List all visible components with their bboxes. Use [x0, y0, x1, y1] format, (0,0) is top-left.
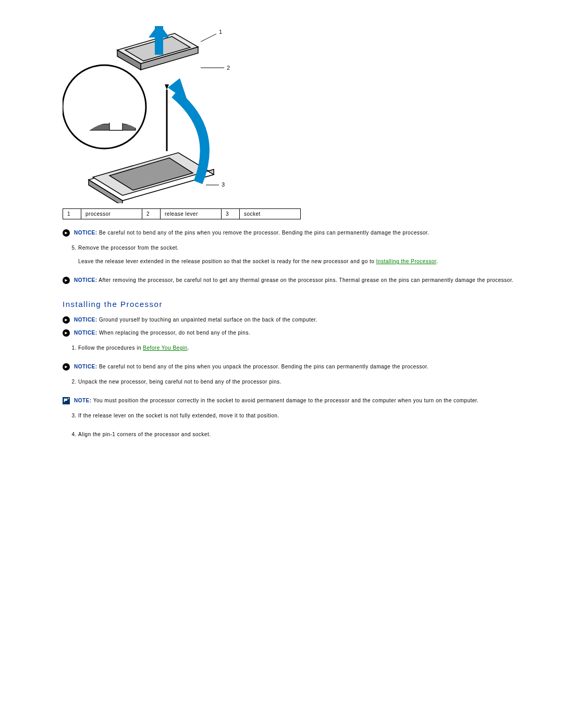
note-icon — [63, 397, 70, 404]
callout-cell: release lever — [161, 209, 222, 219]
notice-body: After removing the processor, be careful… — [97, 277, 514, 283]
notice-icon — [63, 229, 70, 237]
step-5: Remove the processor from the socket. Le… — [78, 244, 532, 266]
note-body: You must position the processor correctl… — [92, 398, 479, 403]
callout-table: 1 processor 2 release lever 3 socket — [63, 208, 301, 219]
callout-cell: processor — [81, 209, 142, 219]
heading-installing-processor: Installing the Processor — [63, 300, 532, 309]
callout-cell: 2 — [142, 209, 161, 219]
notice-icon — [63, 277, 70, 284]
step-text: If the release lever on the socket is no… — [78, 413, 279, 418]
callout-cell: 3 — [222, 209, 240, 219]
notice-bend-unpack: NOTICE: Be careful not to bend any of th… — [63, 363, 532, 371]
notice-label: NOTICE: — [74, 230, 97, 236]
step-text: Align the pin-1 corners of the processor… — [78, 431, 211, 437]
link-installing-processor[interactable]: Installing the Processor — [376, 258, 436, 264]
notice-icon — [63, 316, 70, 324]
step-text: Remove the processor from the socket. — [78, 245, 179, 251]
install-step-3: If the release lever on the socket is no… — [78, 412, 532, 420]
processor-diagram: 1 2 3 — [63, 26, 235, 203]
notice-icon — [63, 363, 70, 371]
svg-line-7 — [201, 34, 216, 42]
notice-bend-remove: NOTICE: Be careful not to bend any of th… — [63, 229, 532, 237]
callout-cell: socket — [240, 209, 301, 219]
svg-point-0 — [63, 65, 146, 149]
notice-body: When replacing the processor, do not ben… — [97, 330, 251, 336]
notice-label: NOTICE: — [74, 277, 97, 283]
install-step-4: Align the pin-1 corners of the processor… — [78, 430, 532, 439]
notice-body: Ground yourself by touching an unpainted… — [97, 317, 317, 323]
note-position: NOTE: You must position the processor co… — [63, 397, 532, 404]
diagram-svg — [63, 26, 235, 203]
install-step-1: Follow the procedures in Before You Begi… — [78, 344, 532, 352]
notice-icon — [63, 329, 70, 337]
callout-3: 3 — [222, 181, 225, 188]
callout-2: 2 — [227, 65, 230, 71]
notice-ground: NOTICE: Ground yourself by touching an u… — [63, 316, 532, 324]
callout-cell: 1 — [63, 209, 81, 219]
link-before-you-begin[interactable]: Before You Begin — [143, 345, 187, 351]
notice-label: NOTICE: — [74, 317, 97, 323]
notice-label: NOTICE: — [74, 330, 97, 336]
notice-label: NOTICE: — [74, 364, 97, 369]
step-text: Follow the procedures in — [78, 345, 143, 351]
callout-1: 1 — [219, 29, 223, 35]
note-label: NOTE: — [74, 398, 92, 403]
step-text: Unpack the new processor, being careful … — [78, 379, 282, 385]
notice-thermal: NOTICE: After removing the processor, be… — [63, 276, 532, 284]
notice-body: Be careful not to bend any of the pins w… — [97, 230, 430, 236]
install-step-2: Unpack the new processor, being careful … — [78, 378, 532, 386]
step-text: . — [436, 258, 438, 264]
step-text: Leave the release lever extended in the … — [78, 258, 376, 264]
notice-replace: NOTICE: When replacing the processor, do… — [63, 329, 532, 337]
step-text: . — [188, 345, 189, 351]
notice-body: Be careful not to bend any of the pins w… — [97, 364, 429, 369]
